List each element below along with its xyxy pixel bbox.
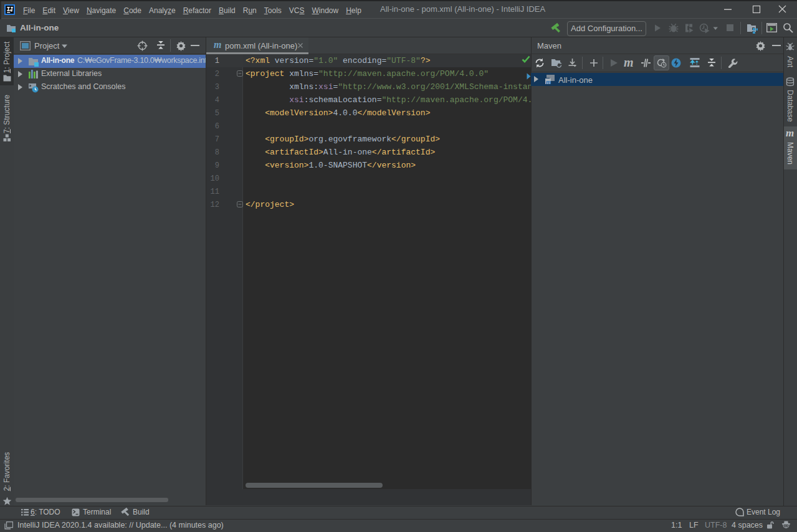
svg-text:m: m [546, 78, 551, 85]
